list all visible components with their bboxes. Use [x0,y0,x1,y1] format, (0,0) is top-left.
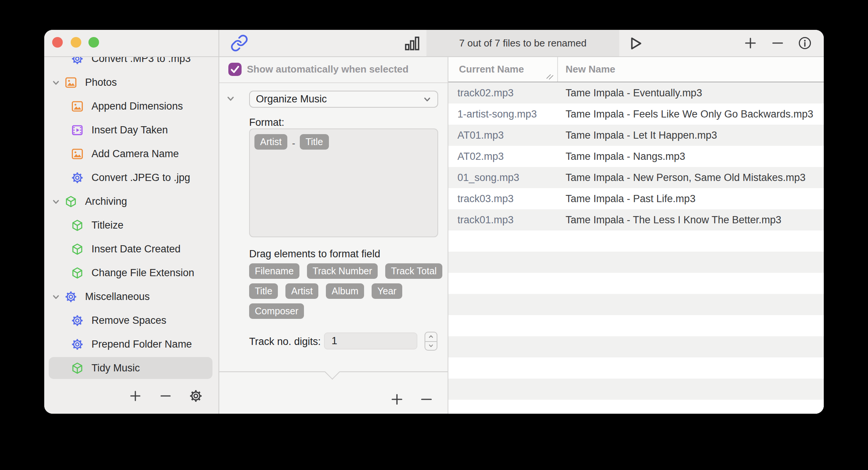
table-body: track02.mp3 Tame Impala - Eventually.mp3… [448,82,824,414]
new-name-cell: Tame Impala - Feels Like We Only Go Back… [566,104,813,125]
table-row[interactable]: AT01.mp3 Tame Impala - Let It Happen.mp3 [448,125,824,146]
table-row[interactable]: track02.mp3 Tame Impala - Eventually.mp3 [448,82,824,104]
current-name-cell: AT02.mp3 [457,146,504,167]
token-filename[interactable]: Filename [249,263,299,279]
stepper-up-button[interactable] [426,333,436,340]
drag-hint-label: Drag elements to format field [249,248,380,260]
new-name-cell: Tame Impala - Nangs.mp3 [566,146,685,167]
column-resize-icon[interactable] [545,71,555,81]
format-token-artist[interactable]: Artist [254,134,287,150]
close-window-button[interactable] [52,37,63,48]
add-step-button[interactable] [389,392,405,407]
sidebar-item-convert-mp3[interactable]: Convert .MP3 to .mp3 [44,56,219,71]
chevron-down-icon[interactable] [50,291,62,303]
sidebar-item-append-dimensions[interactable]: Append Dimensions [44,94,219,118]
sidebar-item-label: Append Dimensions [91,100,183,112]
gear-icon [64,290,78,303]
status-segment: 7 out of 7 files to be renamed [426,30,619,56]
sidebar-item-insert-date-created[interactable]: Insert Date Created [44,237,219,261]
panel-divider-notch [325,365,340,380]
token-year[interactable]: Year [372,283,402,299]
add-action-button[interactable] [128,389,143,403]
sidebar-item-label: Titleize [91,220,124,231]
chevron-down-icon[interactable] [50,196,62,207]
bar-chart-icon[interactable] [403,35,421,52]
info-icon[interactable] [797,36,812,51]
inspector-panel: Show automatically when selected Organiz… [219,56,448,414]
sidebar-group-miscellaneous[interactable]: Miscellaneous [44,285,219,309]
sidebar-group-label: Miscellaneous [85,291,150,303]
table-row[interactable]: track03.mp3 Tame Impala - Past Life.mp3 [448,188,824,209]
photo-icon [71,147,84,161]
sidebar-item-label: Convert .MP3 to .mp3 [91,56,191,65]
toolbar: 7 out of 7 files to be renamed [44,30,824,56]
status-text: 7 out of 7 files to be renamed [459,37,587,49]
token-title[interactable]: Title [249,283,278,299]
remove-action-button[interactable] [158,389,173,403]
format-separator: - [292,138,295,149]
sidebar-item-label: Insert Day Taken [91,124,168,136]
gear-icon [71,314,84,327]
settings-gear-icon[interactable] [189,389,203,403]
column-header-new-name[interactable]: New Name [566,56,615,82]
new-name-cell: Tame Impala - Eventually.mp3 [566,82,702,104]
track-digits-stepper[interactable] [425,332,437,351]
link-icon[interactable] [230,34,248,52]
table-row[interactable]: track01.mp3 Tame Impala - The Less I Kno… [448,209,824,230]
token-track-number[interactable]: Track Number [307,263,378,279]
sidebar-item-insert-day-taken[interactable]: Insert Day Taken [44,118,219,142]
sidebar-item-label: Change File Extension [91,267,194,279]
toolbar-add-button[interactable] [743,36,758,51]
remove-step-button[interactable] [419,392,434,407]
sidebar-item-titleize[interactable]: Titleize [44,213,219,237]
table-row[interactable]: 1-artist-song.mp3 Tame Impala - Feels Li… [448,104,824,125]
sidebar-item-remove-spaces[interactable]: Remove Spaces [44,309,219,332]
current-name-cell: track03.mp3 [457,188,514,209]
sidebar-footer [44,380,219,414]
column-header-current-name[interactable]: Current Name [459,56,524,82]
column-divider[interactable] [557,56,558,82]
cube-icon [64,195,78,208]
app-window: 7 out of 7 files to be renamed Convert .… [44,30,824,414]
format-field[interactable]: Artist - Title [249,128,438,237]
show-automatically-label: Show automatically when selected [247,63,409,75]
show-automatically-row: Show automatically when selected [219,56,448,83]
track-digits-input[interactable] [324,332,417,349]
action-type-dropdown[interactable]: Organize Music [249,91,438,108]
stepper-down-button[interactable] [426,342,436,349]
element-token-list: Filename Track Number Track Total Title … [249,263,442,323]
zoom-window-button[interactable] [88,37,99,48]
sidebar-item-add-camera-name[interactable]: Add Camera Name [44,142,219,166]
token-album[interactable]: Album [326,283,364,299]
new-name-cell: Tame Impala - The Less I Know The Better… [566,209,781,230]
table-row[interactable]: AT02.mp3 Tame Impala - Nangs.mp3 [448,146,824,167]
play-icon[interactable] [626,35,644,52]
sidebar-group-archiving[interactable]: Archiving [44,190,219,213]
sidebar-item-prepend-folder-name[interactable]: Prepend Folder Name [44,332,219,356]
cube-icon [71,266,84,280]
current-name-cell: track02.mp3 [457,82,514,104]
token-track-total[interactable]: Track Total [385,263,442,279]
sidebar-item-convert-jpeg[interactable]: Convert .JPEG to .jpg [44,166,219,190]
format-token-title[interactable]: Title [300,134,329,150]
minimize-window-button[interactable] [71,37,81,48]
action-type-value: Organize Music [256,93,327,105]
chevron-down-icon[interactable] [50,77,62,88]
inspector-divider [448,56,448,414]
desktop-background: 7 out of 7 files to be renamed Convert .… [0,0,868,470]
table-row[interactable]: 01_song.mp3 Tame Impala - New Person, Sa… [448,167,824,188]
token-composer[interactable]: Composer [249,303,304,319]
sidebar-divider [219,30,219,414]
sidebar-item-tidy-music[interactable]: Tidy Music [44,356,219,380]
toolbar-remove-button[interactable] [770,36,785,51]
film-icon [71,124,84,137]
sidebar: Convert .MP3 to .mp3 Photos Append Dimen… [44,56,219,414]
token-artist[interactable]: Artist [285,283,318,299]
new-name-cell: Tame Impala - New Person, Same Old Mista… [566,167,806,188]
disclosure-chevron-icon[interactable] [225,93,237,105]
sidebar-group-photos[interactable]: Photos [44,71,219,94]
show-automatically-checkbox[interactable] [228,63,242,76]
gear-icon [71,56,84,65]
sidebar-item-change-file-extension[interactable]: Change File Extension [44,261,219,285]
cube-icon [71,219,84,232]
